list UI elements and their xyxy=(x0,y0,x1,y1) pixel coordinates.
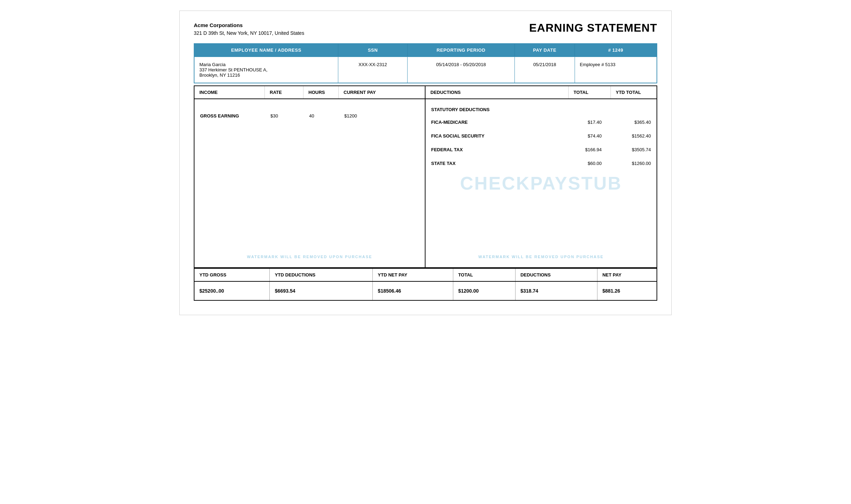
summary-deductions-value: $318.74 xyxy=(515,281,597,300)
deductions-header: DEDUCTIONS xyxy=(426,86,569,98)
state-tax-row: STATE TAX $60.00 $1260.00 xyxy=(431,161,651,166)
deduction-column-headers: DEDUCTIONS TOTAL YTD TOTAL xyxy=(426,86,657,98)
deductions-section: CHECKPAYSTUB STATUTORY DEDUCTIONS FICA-M… xyxy=(426,99,657,267)
fica-medicare-row: FICA-MEDICARE $17.40 $365.40 xyxy=(431,120,651,125)
deductions-watermark: WATERMARK WILL BE REMOVED UPON PURCHASE xyxy=(426,255,657,259)
col-header-reporting-period: REPORTING PERIOD xyxy=(407,44,514,57)
fica-social-security-row: FICA SOCIAL SECURITY $74.40 $1562.40 xyxy=(431,133,651,139)
employee-pay-date: 05/21/2018 xyxy=(515,57,575,83)
main-content-area: GROSS EARNING $30 40 $1200 WATERMARK WIL… xyxy=(194,99,657,268)
gross-earning-label: GROSS EARNING xyxy=(200,113,270,119)
gross-earning-current-pay: $1200 xyxy=(344,113,419,119)
ytd-total-header: YTD TOTAL xyxy=(611,86,657,98)
summary-ytd-net-pay-value: $18506.46 xyxy=(373,281,453,300)
main-column-headers: INCOME RATE HOURS CURRENT PAY DEDUCTIONS… xyxy=(194,85,657,99)
employee-info-table: EMPLOYEE NAME / ADDRESS SSN REPORTING PE… xyxy=(194,43,657,83)
employee-name: Maria Garcia xyxy=(199,62,333,67)
income-column-headers: INCOME RATE HOURS CURRENT PAY xyxy=(194,86,426,98)
income-header: INCOME xyxy=(194,86,265,98)
summary-table: YTD GROSS YTD DEDUCTIONS YTD NET PAY TOT… xyxy=(194,268,657,301)
total-header: TOTAL xyxy=(569,86,611,98)
employee-ssn: XXX-XX-2312 xyxy=(338,57,408,83)
company-address: 321 D 39th St, New York, NY 10017, Unite… xyxy=(194,30,304,37)
earning-statement-document: Acme Corporations 321 D 39th St, New Yor… xyxy=(179,11,672,315)
rate-header: RATE xyxy=(265,86,303,98)
income-section: GROSS EARNING $30 40 $1200 WATERMARK WIL… xyxy=(194,99,426,267)
col-header-ssn: SSN xyxy=(338,44,408,57)
income-watermark: WATERMARK WILL BE REMOVED UPON PURCHASE xyxy=(194,255,425,259)
document-title: EARNING STATEMENT xyxy=(529,21,657,34)
summary-ytd-deductions-header: YTD DEDUCTIONS xyxy=(270,268,373,281)
federal-tax-row: FEDERAL TAX $166.94 $3505.74 xyxy=(431,147,651,152)
employee-address1: 337 Herkimer St PENTHOUSE A, xyxy=(199,67,333,72)
col-header-employee-name: EMPLOYEE NAME / ADDRESS xyxy=(194,44,338,57)
summary-net-pay-header: NET PAY xyxy=(597,268,657,281)
employee-name-address: Maria Garcia 337 Herkimer St PENTHOUSE A… xyxy=(194,57,338,83)
hours-header: HOURS xyxy=(303,86,339,98)
col-header-pay-date: PAY DATE xyxy=(515,44,575,57)
employee-reporting-period: 05/14/2018 - 05/20/2018 xyxy=(407,57,514,83)
employee-address2: Brooklyn, NY 11216 xyxy=(199,72,333,78)
summary-ytd-gross-value: $25200..00 xyxy=(194,281,270,300)
gross-earning-data: GROSS EARNING $30 40 $1200 xyxy=(200,113,419,119)
current-pay-header: CURRENT PAY xyxy=(339,86,425,98)
gross-earning-rate: $30 xyxy=(270,113,309,119)
summary-ytd-net-pay-header: YTD NET PAY xyxy=(373,268,453,281)
company-info: Acme Corporations 321 D 39th St, New Yor… xyxy=(194,21,304,37)
summary-total-value: $1200.00 xyxy=(453,281,515,300)
summary-total-header: TOTAL xyxy=(453,268,515,281)
employee-number: Employee # 5133 xyxy=(575,57,657,83)
summary-ytd-gross-header: YTD GROSS xyxy=(194,268,270,281)
summary-net-pay-value: $881.26 xyxy=(597,281,657,300)
gross-earning-hours: 40 xyxy=(309,113,344,119)
gross-earning-row: GROSS EARNING $30 40 $1200 xyxy=(200,113,419,119)
summary-deductions-header: DEDUCTIONS xyxy=(515,268,597,281)
document-header: Acme Corporations 321 D 39th St, New Yor… xyxy=(194,21,657,37)
summary-ytd-deductions-value: $6693.54 xyxy=(270,281,373,300)
company-name: Acme Corporations xyxy=(194,21,304,30)
statutory-deductions-label: STATUTORY DEDUCTIONS xyxy=(431,106,651,113)
col-header-number: # 1249 xyxy=(575,44,657,57)
checkpaystub-watermark: CHECKPAYSTUB xyxy=(460,173,622,194)
